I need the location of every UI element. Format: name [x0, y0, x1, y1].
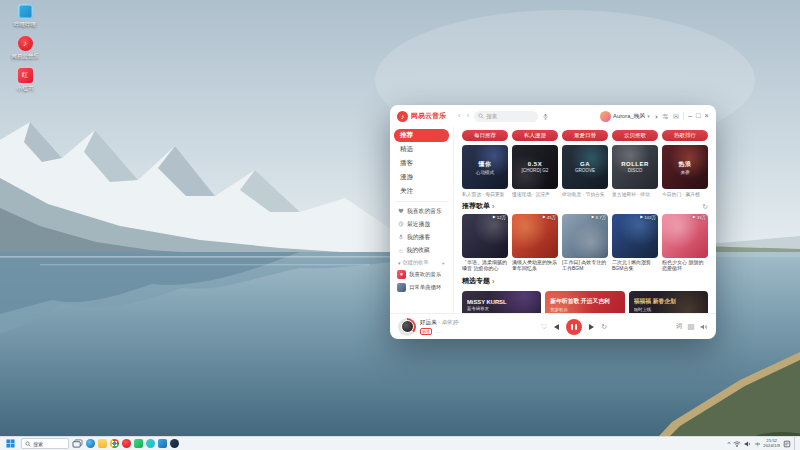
previous-button[interactable]	[554, 324, 559, 330]
promo-banner[interactable]: MiSSY KURSL 新专辑首发	[462, 291, 541, 313]
input-language-indicator[interactable]: 中	[755, 441, 760, 447]
chip-private-roam[interactable]: 私人漫游	[512, 130, 558, 141]
created-playlists-header[interactable]: ▾ 创建的歌单 +	[394, 257, 449, 267]
message-icon[interactable]: ✉	[673, 113, 679, 120]
taskbar-app-chrome[interactable]	[110, 439, 119, 448]
desktop-icon-netease-music[interactable]: ♪ 网易云音乐	[4, 36, 46, 59]
window-body: 推荐 精选 播客 漫游 关注 我喜欢的音乐 最近播放 我的播客	[390, 127, 716, 313]
play-count-badge: ▶102万	[640, 215, 656, 220]
section-title[interactable]: 精选专题	[462, 276, 490, 286]
loop-icon[interactable]: ↻	[601, 323, 607, 330]
user-account[interactable]: Aurora_晚风 ▾	[600, 111, 650, 122]
playlist-card[interactable]: ▶33万 粉色少女心 甜甜的恋爱循环	[662, 214, 708, 272]
netease-music-window: ♪ 网易云音乐 ‹ › 搜索 Aurora_晚风 ▾ ◑ ✉ –	[390, 105, 716, 339]
sidebar-nav-recommend[interactable]: 推荐	[394, 129, 449, 142]
featured-card-cover: ROLLER DISCO	[612, 145, 658, 189]
tray-expand-icon[interactable]: ^	[727, 441, 730, 447]
promo-banner[interactable]: 福福福 新春企划 限时上线	[629, 291, 708, 313]
search-icon	[478, 113, 484, 119]
nav-forward-button[interactable]: ›	[466, 112, 471, 120]
user-name: Aurora_晚风	[613, 112, 645, 121]
task-view-button[interactable]	[72, 439, 83, 448]
like-icon[interactable]: ♡	[541, 323, 547, 330]
volume-tray-icon[interactable]	[744, 440, 752, 448]
next-button[interactable]	[589, 324, 594, 330]
playlist-card[interactable]: ▶45万 满级人类幼崽的快乐 童年回忆杀	[512, 214, 558, 272]
taskbar-search-box[interactable]: 搜索	[21, 438, 69, 449]
featured-card[interactable]: 0.5X [CHORD] G2 慢速现场 · 沉浸声	[512, 145, 558, 197]
settings-icon[interactable]	[662, 113, 669, 120]
nav-back-button[interactable]: ‹	[457, 112, 462, 120]
taskbar-app-edge[interactable]	[86, 439, 95, 448]
volume-icon[interactable]	[700, 323, 708, 331]
album-progress-ring[interactable]	[398, 318, 416, 336]
listen-recognize-mic-icon[interactable]	[542, 113, 549, 120]
taskbar-app-file-explorer[interactable]	[98, 439, 107, 448]
add-playlist-button[interactable]: +	[441, 260, 445, 266]
minimize-button[interactable]: –	[688, 112, 692, 120]
pause-button[interactable]	[566, 319, 582, 335]
titlebar-divider	[683, 112, 684, 120]
show-desktop-button[interactable]	[794, 437, 797, 450]
search-input[interactable]: 搜索	[474, 111, 538, 122]
featured-card[interactable]: ROLLER DISCO 复古迪斯科 · 律动	[612, 145, 658, 197]
start-button[interactable]	[2, 438, 18, 450]
desktop-icon-xiaohongshu[interactable]: 红 小红书	[4, 68, 46, 91]
close-button[interactable]: ×	[705, 112, 709, 120]
sidebar-nav-podcast[interactable]: 播客	[394, 157, 449, 170]
theme-icon[interactable]: ◑	[654, 113, 658, 120]
sidebar-recent-played[interactable]: 最近播放	[394, 218, 449, 230]
playlist-card[interactable]: ▶12万 「华语」温柔细腻的嗓音 治愈你的心	[462, 214, 508, 272]
promo-banner[interactable]: 新年听首歌 开运又吉利 贺岁歌会	[545, 291, 624, 313]
quality-badge[interactable]: 标准	[420, 328, 432, 335]
more-icon[interactable]: …	[435, 328, 441, 334]
titlebar-icons: ◑ ✉ – □ ×	[654, 112, 709, 120]
section-title[interactable]: 推荐歌单	[462, 201, 490, 211]
playback-controls: ♡ ↻	[510, 319, 638, 335]
sidebar-playlist-item[interactable]: ♥ 我喜欢的音乐	[394, 268, 449, 280]
chip-daily-recommend[interactable]: 每日推荐	[462, 130, 508, 141]
lyrics-button[interactable]: 词	[676, 322, 682, 331]
sidebar-playlist-item[interactable]: 日常单曲循环	[394, 281, 449, 293]
sidebar-my-podcast[interactable]: 我的播客	[394, 231, 449, 243]
app-name: 网易云音乐	[411, 111, 446, 121]
tray-date: 2024/1/9	[763, 444, 780, 449]
playlist-card[interactable]: ▶8.7万 [工作日] 高效专注的工作BGM	[562, 214, 608, 272]
sidebar-nav-follow[interactable]: 关注	[394, 185, 449, 198]
taskbar-app-vscode[interactable]	[158, 439, 167, 448]
play-icon: ▶	[592, 216, 595, 220]
taskbar-app-netease-music[interactable]	[122, 439, 131, 448]
refresh-icon[interactable]: ↻	[702, 203, 708, 210]
sidebar-liked-music[interactable]: 我喜欢的音乐	[394, 205, 449, 217]
maximize-button[interactable]: □	[696, 112, 701, 120]
chip-daily-favorite[interactable]: 最爱日替	[562, 130, 608, 141]
chip-hot-chart[interactable]: 热歌排行	[662, 130, 708, 141]
artist-name[interactable]: 卓依婷	[437, 319, 459, 325]
clock-icon	[398, 221, 404, 227]
sidebar-my-collection[interactable]: ☆ 我的收藏	[394, 244, 449, 256]
taskbar-search-placeholder: 搜索	[33, 441, 43, 447]
notification-center-icon[interactable]	[783, 440, 791, 448]
taskbar-app-wechat[interactable]	[134, 439, 143, 448]
featured-card[interactable]: GA GROOVE 律动电音 · 节拍合集	[562, 145, 608, 197]
section-more-chevron[interactable]: ›	[492, 278, 494, 285]
playlist-card[interactable]: ▶102万 二次元 | 燃向混剪BGM合集	[612, 214, 658, 272]
chip-cloudbei-songs[interactable]: 云贝推歌	[612, 130, 658, 141]
play-icon: ▶	[493, 216, 496, 220]
featured-card[interactable]: 热浪 来袭 今日热门 · 飙升榜	[662, 145, 708, 197]
section-more-chevron[interactable]: ›	[492, 203, 494, 210]
chevron-down-icon: ▾	[647, 113, 650, 119]
taskbar-app-steam[interactable]	[170, 439, 179, 448]
sidebar-nav-featured[interactable]: 精选	[394, 143, 449, 156]
taskbar-app-qq-music[interactable]	[146, 439, 155, 448]
taskbar-clock[interactable]: 21:52 2024/1/9	[763, 439, 780, 449]
netease-logo-icon: ♪	[397, 111, 408, 122]
desktop-icon-bilibili[interactable]: 哔哩哔哩	[4, 4, 46, 27]
search-icon	[25, 441, 31, 447]
song-title[interactable]: 好运来	[420, 319, 437, 325]
network-wifi-icon[interactable]	[733, 440, 741, 448]
playlist-cover: ▶33万	[662, 214, 708, 258]
sidebar-nav-roam[interactable]: 漫游	[394, 171, 449, 184]
playlist-queue-icon[interactable]	[687, 323, 695, 331]
featured-card[interactable]: 懂你 心动模式 私人雷达 · 每日更新	[462, 145, 508, 197]
